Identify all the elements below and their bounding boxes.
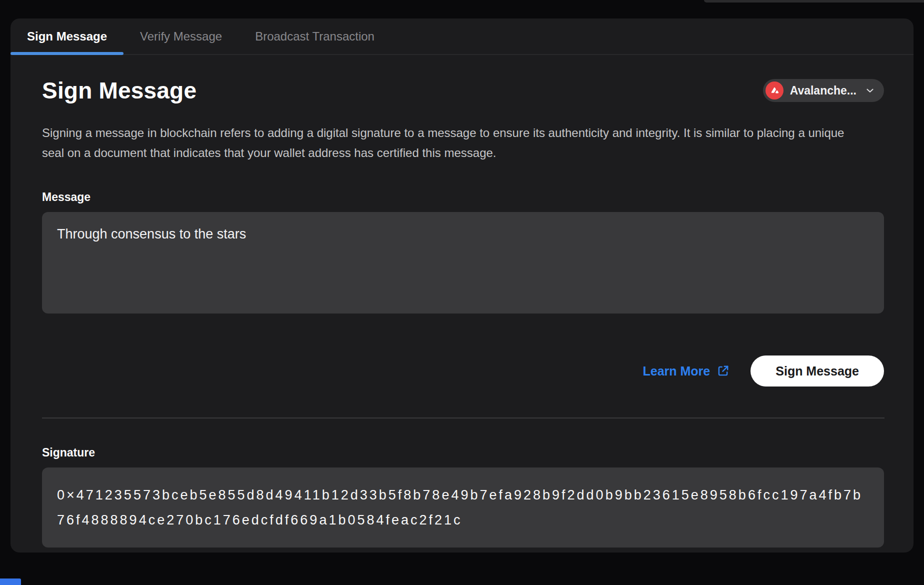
learn-more-link[interactable]: Learn More xyxy=(643,364,730,378)
network-label: Avalanche... xyxy=(790,84,856,98)
external-link-icon xyxy=(716,364,730,378)
card-content: Sign Message Avalanche... xyxy=(10,77,914,548)
sign-message-card: Sign Message Verify Message Broadcast Tr… xyxy=(10,18,914,552)
tab-label: Verify Message xyxy=(140,30,222,44)
signature-output[interactable]: 0×471235573bceb5e855d8d49411b12d33b5f8b7… xyxy=(42,468,884,548)
browser-toolbar-fragment xyxy=(704,0,924,2)
actions-row: Learn More Sign Message xyxy=(42,356,884,386)
taskbar-fragment xyxy=(0,578,21,585)
tab-verify-message[interactable]: Verify Message xyxy=(124,18,238,54)
network-selector[interactable]: Avalanche... xyxy=(763,79,884,102)
learn-more-label: Learn More xyxy=(643,364,710,378)
message-input[interactable]: Through consensus to the stars xyxy=(42,212,884,314)
tab-bar: Sign Message Verify Message Broadcast Tr… xyxy=(10,18,914,55)
tab-label: Broadcast Transaction xyxy=(255,30,374,44)
header-row: Sign Message Avalanche... xyxy=(42,77,884,104)
signature-label: Signature xyxy=(42,446,884,460)
tab-sign-message[interactable]: Sign Message xyxy=(10,18,124,54)
sign-message-button[interactable]: Sign Message xyxy=(750,356,884,386)
avalanche-icon xyxy=(766,82,784,100)
tab-broadcast-transaction[interactable]: Broadcast Transaction xyxy=(238,18,391,54)
divider xyxy=(42,418,884,418)
chevron-down-icon xyxy=(864,85,876,96)
description-text: Signing a message in blockchain refers t… xyxy=(42,123,848,163)
tab-label: Sign Message xyxy=(27,30,107,44)
page-title: Sign Message xyxy=(42,77,196,104)
message-label: Message xyxy=(42,190,884,204)
screen: Sign Message Verify Message Broadcast Tr… xyxy=(0,0,924,585)
